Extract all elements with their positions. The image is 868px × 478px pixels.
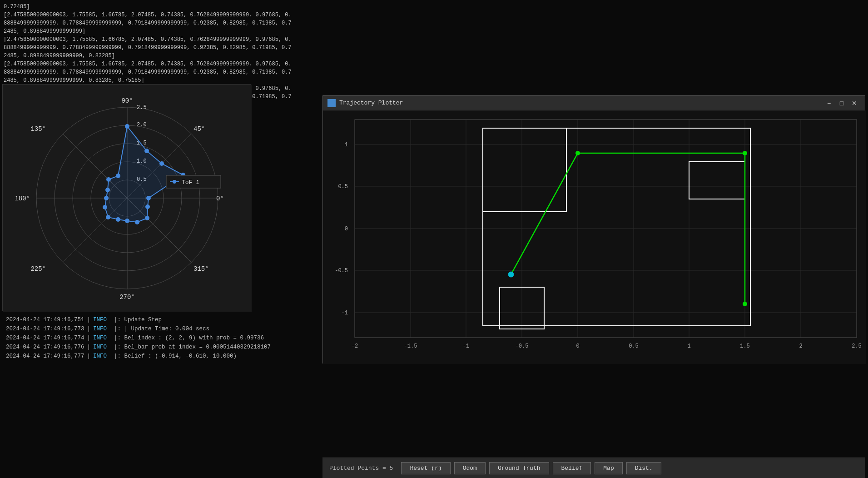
svg-text:135°: 135° <box>30 125 46 133</box>
svg-point-85 <box>508 272 514 277</box>
svg-point-36 <box>103 205 107 209</box>
svg-point-30 <box>145 204 150 209</box>
svg-text:2.0: 2.0 <box>137 122 147 128</box>
svg-text:-1.5: -1.5 <box>404 343 417 349</box>
svg-point-40 <box>116 174 120 178</box>
log-output: 2024-04-24 17:49:16,751 | INFO |: Update… <box>2 314 320 363</box>
svg-point-34 <box>116 217 120 222</box>
svg-text:-1: -1 <box>342 310 348 316</box>
svg-text:45°: 45° <box>193 125 205 133</box>
app-icon <box>327 99 336 107</box>
svg-point-86 <box>575 151 580 155</box>
svg-point-88 <box>743 302 747 306</box>
svg-text:-0.5: -0.5 <box>335 268 348 274</box>
svg-point-26 <box>144 149 149 153</box>
svg-text:270°: 270° <box>119 294 135 301</box>
svg-point-37 <box>104 196 109 200</box>
svg-text:180°: 180° <box>15 195 30 202</box>
dist-button[interactable]: Dist. <box>626 462 661 474</box>
svg-point-32 <box>135 220 139 224</box>
svg-text:0: 0 <box>576 343 579 349</box>
trajectory-plot-area: -2 -1.5 -1 -0.5 0 0.5 1 1.5 2 2.5 1 0.5 … <box>323 110 865 363</box>
log-line-2: 2024-04-24 17:49:16,773 | INFO |: | Upda… <box>6 324 317 334</box>
radar-chart: 90° 0° 180° 270° 45° 135° 225° 315° 0.5 … <box>2 84 251 311</box>
svg-text:90°: 90° <box>121 97 133 105</box>
terminal-line: [2.4758500000000003, 1.75585, 1.66785, 2… <box>4 11 292 35</box>
svg-text:2.5: 2.5 <box>852 343 862 349</box>
log-line-1: 2024-04-24 17:49:16,751 | INFO |: Update… <box>6 315 317 324</box>
svg-point-33 <box>125 219 129 223</box>
log-line-4: 2024-04-24 17:49:16,776 | INFO |: Bel_ba… <box>6 343 317 352</box>
minimize-button[interactable]: − <box>823 98 835 108</box>
svg-text:0.5: 0.5 <box>629 343 639 349</box>
svg-text:1: 1 <box>345 142 348 148</box>
svg-text:-0.5: -0.5 <box>516 343 529 349</box>
svg-text:0°: 0° <box>216 195 224 202</box>
terminal-line: [2.4758500000000003, 1.75585, 1.66785, 2… <box>4 35 292 60</box>
maximize-button[interactable]: □ <box>836 98 848 108</box>
odom-button[interactable]: Odom <box>454 462 486 474</box>
ground-truth-button[interactable]: Ground Truth <box>489 462 549 474</box>
terminal-line: [2.4758500000000003, 1.75585, 1.66785, 2… <box>4 60 292 85</box>
svg-text:0.5: 0.5 <box>338 184 348 190</box>
svg-point-31 <box>145 216 149 220</box>
trajectory-svg: -2 -1.5 -1 -0.5 0 0.5 1 1.5 2 2.5 1 0.5 … <box>323 110 866 364</box>
trajectory-titlebar: Trajectory Plotter − □ ✕ <box>323 96 865 110</box>
svg-point-39 <box>106 177 111 182</box>
terminal-line: 0.72485] <box>4 3 292 11</box>
svg-text:1.5: 1.5 <box>740 343 750 349</box>
svg-text:0: 0 <box>345 226 348 232</box>
svg-text:2.5: 2.5 <box>137 105 147 111</box>
trajectory-toolbar: Plotted Points = 5 Reset (r) Odom Ground… <box>322 458 865 478</box>
svg-point-25 <box>125 124 129 129</box>
trajectory-plotter-window: Trajectory Plotter − □ ✕ <box>322 95 865 363</box>
svg-text:315°: 315° <box>193 265 209 273</box>
window-title: Trajectory Plotter <box>339 100 822 106</box>
svg-point-87 <box>743 151 747 155</box>
svg-point-27 <box>159 161 164 166</box>
svg-text:225°: 225° <box>30 265 46 273</box>
plotted-points-label: Plotted Points = 5 <box>329 465 393 472</box>
close-button[interactable]: ✕ <box>848 98 860 108</box>
svg-point-43 <box>173 180 176 184</box>
svg-point-38 <box>105 188 110 192</box>
map-button[interactable]: Map <box>595 462 622 474</box>
svg-text:2: 2 <box>799 343 802 349</box>
svg-text:ToF 1: ToF 1 <box>182 179 199 186</box>
log-line-3: 2024-04-24 17:49:16,774 | INFO |: Bel in… <box>6 334 317 343</box>
belief-button[interactable]: Belief <box>553 462 591 474</box>
log-line-5: 2024-04-24 17:49:16,777 | INFO |: Belief… <box>6 352 317 361</box>
svg-text:-1: -1 <box>463 343 469 349</box>
svg-text:1: 1 <box>687 343 690 349</box>
svg-point-35 <box>106 215 110 219</box>
svg-point-29 <box>146 196 151 200</box>
radar-svg: 90° 0° 180° 270° 45° 135° 225° 315° 0.5 … <box>3 85 252 312</box>
svg-text:-2: -2 <box>352 343 358 349</box>
reset-button[interactable]: Reset (r) <box>401 462 450 474</box>
